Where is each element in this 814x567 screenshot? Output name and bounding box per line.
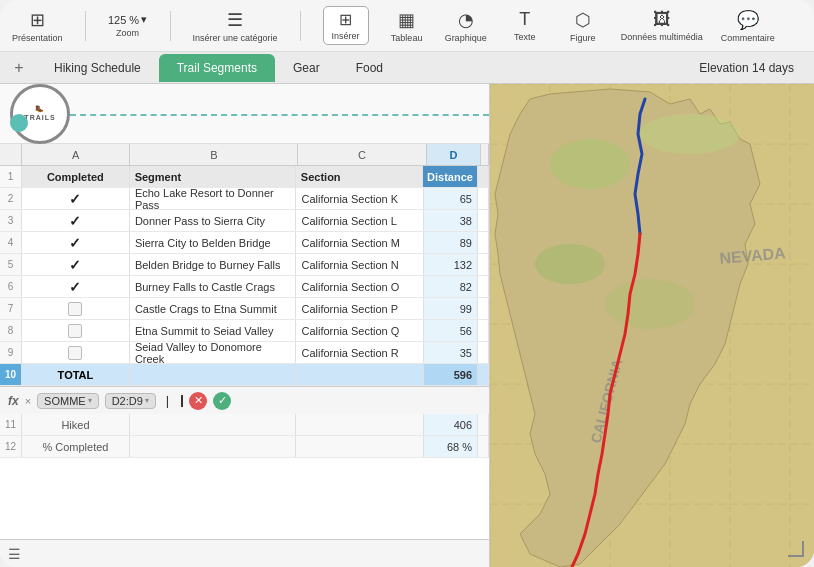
resize-handle[interactable]	[788, 541, 804, 557]
table-row[interactable]: 5✓Belden Bridge to Burney FallsCaliforni…	[0, 254, 489, 276]
row-num-4: 4	[0, 232, 22, 253]
cell-completed	[22, 342, 130, 363]
range-chevron: ▾	[145, 396, 149, 405]
header-completed: Completed	[22, 166, 130, 187]
spreadsheet: 🥾 TRAILS A B C D 1 Completed Segment Sec…	[0, 84, 490, 567]
hiked-c	[296, 414, 423, 435]
cell-e	[478, 188, 489, 209]
hiked-label: Hiked	[22, 414, 130, 435]
function-tag[interactable]: SOMME ▾	[37, 393, 99, 409]
tab-hiking-schedule[interactable]: Hiking Schedule	[36, 54, 159, 82]
cell-distance: 132	[424, 254, 478, 275]
formula-cancel-button[interactable]: ✕	[189, 392, 207, 410]
tab-food[interactable]: Food	[338, 54, 401, 82]
zoom-control[interactable]: 125 % ▾ Zoom	[108, 13, 148, 38]
table-row[interactable]: 9Seiad Valley to Donomore CreekCaliforni…	[0, 342, 489, 364]
table-row[interactable]: 7Castle Crags to Etna SummitCalifornia S…	[0, 298, 489, 320]
comment-button[interactable]: 💬 Commentaire	[721, 9, 775, 43]
cell-segment: Castle Crags to Etna Summit	[130, 298, 297, 319]
cell-e	[478, 276, 489, 297]
checkmark-icon: ✓	[69, 213, 81, 229]
media-icon: 🖼	[653, 9, 671, 30]
shape-button[interactable]: ⬡ Figure	[563, 9, 603, 43]
chart-label: Graphique	[445, 33, 487, 43]
text-icon: T	[519, 9, 530, 30]
tabbar: + Hiking Schedule Trail Segments Gear Fo…	[0, 52, 814, 84]
insert-category-button[interactable]: ☰ Insérer une catégorie	[193, 9, 278, 43]
chart-icon: ◔	[458, 9, 474, 31]
cell-section: California Section N	[296, 254, 423, 275]
cell-completed	[22, 320, 130, 341]
checkmark-icon: ✓	[69, 191, 81, 207]
col-header-c: C	[298, 144, 426, 165]
table-row-total[interactable]: 10 TOTAL 596	[0, 364, 489, 386]
add-sheet-button[interactable]: +	[8, 57, 30, 79]
zoom-value: 125 % ▾	[108, 13, 147, 26]
separator-2	[170, 11, 171, 41]
table-row[interactable]: 8Etna Summit to Seiad ValleyCalifornia S…	[0, 320, 489, 342]
tab-gear[interactable]: Gear	[275, 54, 338, 82]
tab-elevation[interactable]: Elevation 14 days	[687, 57, 806, 79]
text-button[interactable]: T Texte	[505, 9, 545, 42]
cell-distance: 89	[424, 232, 478, 253]
cell-e	[478, 320, 489, 341]
cell-e	[478, 342, 489, 363]
cell-segment: Etna Summit to Seiad Valley	[130, 320, 297, 341]
hiked-b	[130, 414, 297, 435]
svg-point-18	[605, 279, 695, 329]
cell-distance: 82	[424, 276, 478, 297]
table-row[interactable]: 2✓Echo Lake Resort to Donner PassCalifor…	[0, 188, 489, 210]
cell-completed: ✓	[22, 276, 130, 297]
table-row[interactable]: 4✓Sierra City to Belden BridgeCalifornia…	[0, 232, 489, 254]
total-value: 596	[424, 364, 478, 385]
insert-button[interactable]: ⊞ Insérer	[323, 6, 369, 45]
header-segment: Segment	[130, 166, 296, 187]
checkbox-empty	[68, 302, 82, 316]
header-section: Section	[296, 166, 423, 187]
table-row-pct[interactable]: 12 % Completed 68 %	[0, 436, 489, 458]
table-container: 1 Completed Segment Section Distance 2✓E…	[0, 166, 489, 539]
shape-icon: ⬡	[575, 9, 591, 31]
row-num-8: 8	[0, 320, 22, 341]
total-e	[478, 364, 489, 385]
cell-distance: 99	[424, 298, 478, 319]
presentation-button[interactable]: ⊞ Présentation	[12, 9, 63, 43]
cell-completed: ✓	[22, 232, 130, 253]
data-rows: 2✓Echo Lake Resort to Donner PassCalifor…	[0, 188, 489, 364]
range-tag[interactable]: D2:D9 ▾	[105, 393, 156, 409]
table-label: Tableau	[391, 33, 423, 43]
table-row[interactable]: 6✓Burney Falls to Castle CragsCalifornia…	[0, 276, 489, 298]
tab-trail-segments[interactable]: Trail Segments	[159, 54, 275, 82]
cell-e	[478, 254, 489, 275]
table-row-hiked[interactable]: 11 Hiked 406	[0, 414, 489, 436]
chart-button[interactable]: ◔ Graphique	[445, 9, 487, 43]
cell-segment: Seiad Valley to Donomore Creek	[130, 342, 297, 363]
header-distance: Distance	[423, 166, 478, 187]
main-content: 🥾 TRAILS A B C D 1 Completed Segment Sec…	[0, 84, 814, 567]
pct-e	[478, 436, 489, 457]
cell-completed: ✓	[22, 188, 130, 209]
checkbox-empty	[68, 346, 82, 360]
cell-section: California Section Q	[296, 320, 423, 341]
table-row[interactable]: 3✓Donner Pass to Sierra CityCalifornia S…	[0, 210, 489, 232]
formula-cursor-char: |	[166, 393, 169, 408]
presentation-icon: ⊞	[30, 9, 45, 31]
media-button[interactable]: 🖼 Données multimédia	[621, 9, 703, 42]
presentation-label: Présentation	[12, 33, 63, 43]
table-button[interactable]: ▦ Tableau	[387, 9, 427, 43]
cell-section: California Section P	[296, 298, 423, 319]
cell-distance: 35	[424, 342, 478, 363]
formula-cursor	[181, 395, 183, 407]
total-label: TOTAL	[22, 364, 130, 385]
formula-confirm-button[interactable]: ✓	[213, 392, 231, 410]
menu-icon[interactable]: ☰	[8, 546, 21, 562]
separator-3	[300, 11, 301, 41]
insert-label: Insérer	[332, 31, 360, 41]
col-header-b: B	[130, 144, 298, 165]
text-label: Texte	[514, 32, 536, 42]
cell-segment: Belden Bridge to Burney Falls	[130, 254, 297, 275]
checkbox-empty	[68, 324, 82, 338]
cell-section: California Section R	[296, 342, 423, 363]
column-indicator	[10, 114, 28, 132]
cell-completed	[22, 298, 130, 319]
